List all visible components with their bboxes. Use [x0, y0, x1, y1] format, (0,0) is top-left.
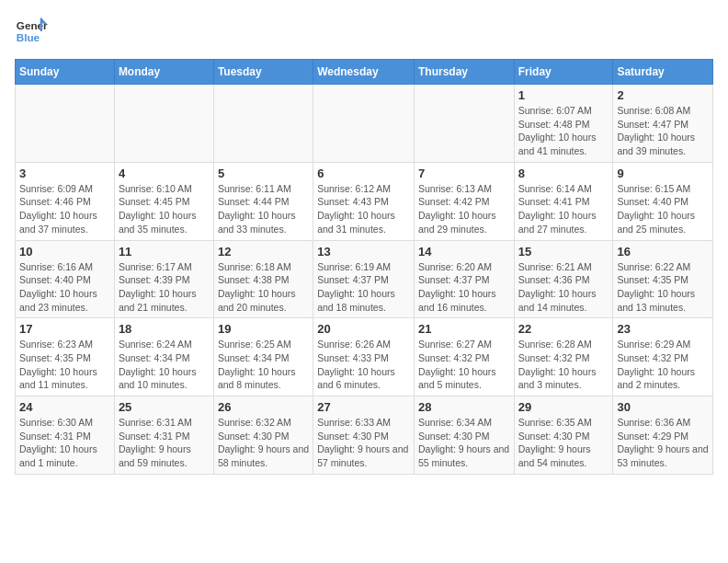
calendar-cell: 13Sunrise: 6:19 AM Sunset: 4:37 PM Dayli…: [313, 240, 415, 318]
calendar-cell: 9Sunrise: 6:15 AM Sunset: 4:40 PM Daylig…: [613, 162, 713, 240]
day-info: Sunrise: 6:08 AM Sunset: 4:47 PM Dayligh…: [617, 104, 709, 158]
calendar-header-row: SundayMondayTuesdayWednesdayThursdayFrid…: [16, 60, 713, 85]
logo: General Blue: [15, 15, 51, 48]
calendar-cell: 7Sunrise: 6:13 AM Sunset: 4:42 PM Daylig…: [414, 162, 514, 240]
day-number: 26: [218, 400, 309, 414]
day-number: 17: [19, 322, 110, 336]
page-header: General Blue: [15, 15, 713, 48]
day-number: 9: [617, 167, 709, 180]
calendar-cell: 2Sunrise: 6:08 AM Sunset: 4:47 PM Daylig…: [613, 85, 713, 163]
day-info: Sunrise: 6:29 AM Sunset: 4:32 PM Dayligh…: [617, 338, 709, 392]
day-number: 11: [119, 245, 210, 259]
calendar-cell: 25Sunrise: 6:31 AM Sunset: 4:31 PM Dayli…: [114, 396, 213, 475]
day-number: 16: [617, 245, 709, 259]
calendar-cell: 6Sunrise: 6:12 AM Sunset: 4:43 PM Daylig…: [313, 162, 415, 240]
day-number: 30: [617, 400, 709, 414]
day-info: Sunrise: 6:22 AM Sunset: 4:35 PM Dayligh…: [617, 260, 709, 315]
day-number: 18: [119, 322, 210, 336]
calendar-cell: [114, 85, 213, 163]
day-number: 20: [317, 322, 410, 336]
calendar-cell: 5Sunrise: 6:11 AM Sunset: 4:44 PM Daylig…: [213, 162, 313, 240]
calendar-cell: 3Sunrise: 6:09 AM Sunset: 4:46 PM Daylig…: [16, 162, 115, 240]
day-info: Sunrise: 6:09 AM Sunset: 4:46 PM Dayligh…: [19, 182, 110, 236]
day-info: Sunrise: 6:19 AM Sunset: 4:37 PM Dayligh…: [317, 260, 410, 315]
day-number: 29: [518, 400, 609, 414]
day-number: 5: [218, 167, 309, 180]
week-row-2: 3Sunrise: 6:09 AM Sunset: 4:46 PM Daylig…: [16, 162, 713, 240]
calendar-cell: 24Sunrise: 6:30 AM Sunset: 4:31 PM Dayli…: [16, 396, 115, 475]
calendar-cell: 26Sunrise: 6:32 AM Sunset: 4:30 PM Dayli…: [213, 396, 313, 475]
day-info: Sunrise: 6:33 AM Sunset: 4:30 PM Dayligh…: [317, 416, 410, 470]
calendar-cell: 12Sunrise: 6:18 AM Sunset: 4:38 PM Dayli…: [213, 240, 313, 318]
day-info: Sunrise: 6:21 AM Sunset: 4:36 PM Dayligh…: [518, 260, 609, 315]
calendar-cell: 18Sunrise: 6:24 AM Sunset: 4:34 PM Dayli…: [114, 318, 213, 396]
calendar-cell: 17Sunrise: 6:23 AM Sunset: 4:35 PM Dayli…: [16, 318, 115, 396]
calendar-cell: 29Sunrise: 6:35 AM Sunset: 4:30 PM Dayli…: [514, 396, 613, 475]
day-number: 15: [518, 245, 609, 259]
day-info: Sunrise: 6:23 AM Sunset: 4:35 PM Dayligh…: [19, 338, 110, 392]
day-info: Sunrise: 6:35 AM Sunset: 4:30 PM Dayligh…: [518, 416, 609, 470]
calendar-cell: 11Sunrise: 6:17 AM Sunset: 4:39 PM Dayli…: [114, 240, 213, 318]
calendar-cell: 14Sunrise: 6:20 AM Sunset: 4:37 PM Dayli…: [414, 240, 514, 318]
day-info: Sunrise: 6:07 AM Sunset: 4:48 PM Dayligh…: [518, 104, 609, 158]
column-header-sunday: Sunday: [16, 60, 115, 85]
day-info: Sunrise: 6:10 AM Sunset: 4:45 PM Dayligh…: [119, 182, 210, 236]
day-info: Sunrise: 6:24 AM Sunset: 4:34 PM Dayligh…: [119, 338, 210, 392]
calendar-cell: 4Sunrise: 6:10 AM Sunset: 4:45 PM Daylig…: [114, 162, 213, 240]
day-number: 14: [418, 245, 510, 259]
calendar-cell: 1Sunrise: 6:07 AM Sunset: 4:48 PM Daylig…: [514, 85, 613, 163]
calendar-cell: [213, 85, 313, 163]
week-row-3: 10Sunrise: 6:16 AM Sunset: 4:40 PM Dayli…: [16, 240, 713, 318]
day-number: 7: [418, 167, 510, 180]
day-info: Sunrise: 6:17 AM Sunset: 4:39 PM Dayligh…: [119, 260, 210, 315]
day-number: 1: [518, 88, 609, 102]
day-info: Sunrise: 6:27 AM Sunset: 4:32 PM Dayligh…: [418, 338, 510, 392]
day-number: 12: [218, 245, 309, 259]
calendar-cell: 23Sunrise: 6:29 AM Sunset: 4:32 PM Dayli…: [613, 318, 713, 396]
day-number: 3: [19, 167, 110, 180]
column-header-saturday: Saturday: [613, 60, 713, 85]
calendar-cell: 20Sunrise: 6:26 AM Sunset: 4:33 PM Dayli…: [313, 318, 415, 396]
calendar-cell: 16Sunrise: 6:22 AM Sunset: 4:35 PM Dayli…: [613, 240, 713, 318]
day-number: 2: [617, 88, 709, 102]
calendar-cell: 27Sunrise: 6:33 AM Sunset: 4:30 PM Dayli…: [313, 396, 415, 475]
day-number: 4: [119, 167, 210, 180]
week-row-5: 24Sunrise: 6:30 AM Sunset: 4:31 PM Dayli…: [16, 396, 713, 475]
calendar-table: SundayMondayTuesdayWednesdayThursdayFrid…: [15, 59, 713, 475]
day-number: 24: [19, 400, 110, 414]
day-number: 10: [19, 245, 110, 259]
calendar-cell: [414, 85, 514, 163]
day-number: 28: [418, 400, 510, 414]
day-info: Sunrise: 6:31 AM Sunset: 4:31 PM Dayligh…: [119, 416, 210, 470]
day-number: 19: [218, 322, 309, 336]
day-number: 8: [518, 167, 609, 180]
week-row-1: 1Sunrise: 6:07 AM Sunset: 4:48 PM Daylig…: [16, 85, 713, 163]
day-info: Sunrise: 6:30 AM Sunset: 4:31 PM Dayligh…: [19, 416, 110, 470]
day-info: Sunrise: 6:18 AM Sunset: 4:38 PM Dayligh…: [218, 260, 309, 315]
week-row-4: 17Sunrise: 6:23 AM Sunset: 4:35 PM Dayli…: [16, 318, 713, 396]
calendar-cell: 21Sunrise: 6:27 AM Sunset: 4:32 PM Dayli…: [414, 318, 514, 396]
day-number: 6: [317, 167, 410, 180]
day-number: 23: [617, 322, 709, 336]
day-number: 13: [317, 245, 410, 259]
column-header-tuesday: Tuesday: [213, 60, 313, 85]
day-info: Sunrise: 6:15 AM Sunset: 4:40 PM Dayligh…: [617, 182, 709, 236]
calendar-cell: 28Sunrise: 6:34 AM Sunset: 4:30 PM Dayli…: [414, 396, 514, 475]
day-number: 21: [418, 322, 510, 336]
column-header-thursday: Thursday: [414, 60, 514, 85]
day-info: Sunrise: 6:36 AM Sunset: 4:29 PM Dayligh…: [617, 416, 709, 470]
calendar-cell: 8Sunrise: 6:14 AM Sunset: 4:41 PM Daylig…: [514, 162, 613, 240]
svg-text:Blue: Blue: [17, 31, 40, 43]
day-info: Sunrise: 6:13 AM Sunset: 4:42 PM Dayligh…: [418, 182, 510, 236]
calendar-cell: 15Sunrise: 6:21 AM Sunset: 4:36 PM Dayli…: [514, 240, 613, 318]
logo-icon: General Blue: [15, 15, 48, 48]
day-info: Sunrise: 6:26 AM Sunset: 4:33 PM Dayligh…: [317, 338, 410, 392]
day-info: Sunrise: 6:25 AM Sunset: 4:34 PM Dayligh…: [218, 338, 309, 392]
day-info: Sunrise: 6:12 AM Sunset: 4:43 PM Dayligh…: [317, 182, 410, 236]
day-info: Sunrise: 6:14 AM Sunset: 4:41 PM Dayligh…: [518, 182, 609, 236]
day-number: 22: [518, 322, 609, 336]
day-info: Sunrise: 6:20 AM Sunset: 4:37 PM Dayligh…: [418, 260, 510, 315]
calendar-body: 1Sunrise: 6:07 AM Sunset: 4:48 PM Daylig…: [16, 85, 713, 475]
calendar-cell: [313, 85, 415, 163]
day-info: Sunrise: 6:28 AM Sunset: 4:32 PM Dayligh…: [518, 338, 609, 392]
